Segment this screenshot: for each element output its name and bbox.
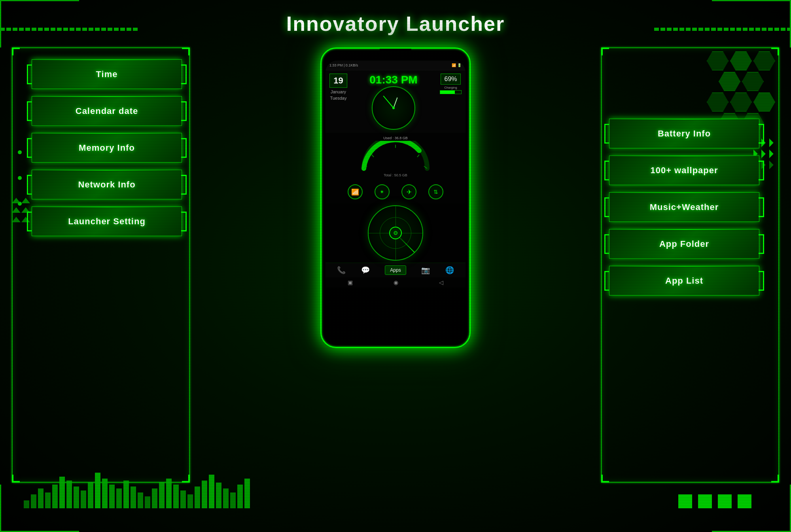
bar-24 bbox=[195, 487, 200, 508]
month-name: January bbox=[331, 89, 346, 94]
bracket-right bbox=[181, 101, 187, 121]
hex-5 bbox=[742, 72, 764, 91]
bar-26 bbox=[209, 475, 214, 508]
status-icons: 📶 🔋 bbox=[452, 63, 462, 67]
hex-4 bbox=[719, 72, 740, 91]
launcher-setting-button[interactable]: Launcher Setting bbox=[32, 206, 182, 236]
app-title: Innovatory Launcher bbox=[286, 12, 505, 36]
status-bar: 1:33 PM | 0.1KB/s 📶 🔋 bbox=[325, 61, 466, 70]
nav-square-button[interactable]: ▣ bbox=[348, 279, 353, 286]
day-name: Tuesday bbox=[330, 96, 347, 100]
hex-6 bbox=[707, 93, 729, 112]
charge-fill bbox=[440, 91, 455, 94]
bracket-right bbox=[181, 212, 187, 231]
charging-info: Charging bbox=[440, 86, 462, 94]
nav-back-button[interactable]: ◁ bbox=[439, 279, 443, 286]
memory-gauge-svg bbox=[356, 141, 435, 172]
app-folder-button[interactable]: App Folder bbox=[609, 229, 759, 259]
bar-29 bbox=[230, 492, 236, 508]
memory-used-label: Used : 36.8 GB bbox=[383, 136, 408, 140]
hex-2 bbox=[730, 51, 752, 70]
camera-app-icon[interactable]: 📷 bbox=[421, 266, 430, 275]
bracket-right bbox=[759, 197, 764, 217]
music-weather-button[interactable]: Music+Weather bbox=[609, 192, 759, 222]
data-transfer-icon: ⇅ bbox=[433, 189, 438, 195]
bar-23 bbox=[187, 494, 193, 508]
bracket-right bbox=[759, 234, 764, 254]
bar-22 bbox=[180, 490, 186, 508]
bar-28 bbox=[223, 488, 229, 508]
bar-27 bbox=[216, 483, 221, 508]
network-info-button[interactable]: Network Info bbox=[32, 170, 182, 199]
clock-center-dot bbox=[392, 107, 395, 109]
time-display: 01:33 PM bbox=[352, 74, 435, 86]
memory-info-button[interactable]: Memory Info bbox=[32, 133, 182, 163]
battery-area: 69% Charging bbox=[440, 74, 462, 94]
hex-1 bbox=[707, 51, 729, 70]
corner-frame-tr bbox=[712, 0, 791, 47]
left-panel: Time Calendar date Memory Info Network I… bbox=[32, 59, 182, 243]
corner-frame-tl bbox=[0, 0, 79, 47]
settings-icon-circle[interactable]: ⚙ bbox=[389, 227, 402, 239]
indicator-dot-2 bbox=[698, 494, 712, 508]
radar-area: ⚙ bbox=[325, 203, 466, 263]
navigation-bar: ▣ ◉ ◁ bbox=[325, 277, 466, 288]
time-button[interactable]: Time bbox=[32, 59, 182, 89]
airplane-icon: ✈ bbox=[407, 188, 412, 196]
bar-8 bbox=[81, 490, 86, 508]
chev-r-5 bbox=[761, 150, 768, 158]
svg-line-1 bbox=[372, 155, 374, 157]
bar-10 bbox=[95, 473, 100, 508]
nav-home-button[interactable]: ◉ bbox=[394, 279, 398, 286]
bar-15 bbox=[131, 487, 136, 508]
wallpaper-button[interactable]: 100+ wallpaper bbox=[609, 155, 759, 185]
bar-21 bbox=[173, 485, 179, 508]
data-icon-circle[interactable]: ⇅ bbox=[428, 184, 443, 199]
bar-25 bbox=[202, 481, 207, 508]
wifi-icon-circle[interactable]: 📶 bbox=[348, 184, 363, 199]
gauge-area: Used : 36.8 GB Total : 50.5 GB bbox=[325, 133, 466, 180]
hex-3 bbox=[753, 51, 775, 70]
battery-percent: 69% bbox=[441, 74, 460, 85]
charge-bar bbox=[440, 90, 462, 94]
status-right: 📶 🔋 bbox=[452, 63, 462, 67]
phone-notch bbox=[380, 49, 411, 59]
corner-frame-br bbox=[712, 485, 791, 532]
bar-18 bbox=[152, 488, 157, 508]
phone-app-icon[interactable]: 📞 bbox=[337, 266, 346, 275]
status-time: 1:33 PM | 0.1KB/s bbox=[329, 63, 358, 67]
time-date-area: 19 January Tuesday 01:33 PM bbox=[325, 70, 466, 133]
chev-r-3 bbox=[769, 138, 776, 147]
bar-17 bbox=[145, 496, 150, 508]
bar-16 bbox=[138, 492, 143, 508]
clock-area: 01:33 PM bbox=[350, 74, 437, 130]
app-list-button[interactable]: App List bbox=[609, 266, 759, 295]
phone-screen: 1:33 PM | 0.1KB/s 📶 🔋 19 January Tuesday… bbox=[325, 61, 466, 343]
bluetooth-icon-circle[interactable]: ✴ bbox=[375, 184, 390, 199]
browser-app-icon[interactable]: 🌐 bbox=[445, 266, 454, 275]
bracket-right bbox=[759, 124, 764, 144]
bracket-right bbox=[181, 175, 187, 195]
bottom-app-bar: 📞 💬 Apps 📷 🌐 bbox=[325, 263, 466, 277]
bracket-right bbox=[181, 138, 187, 158]
bar-11 bbox=[102, 479, 108, 508]
bar-19 bbox=[159, 483, 165, 508]
messages-app-icon[interactable]: 💬 bbox=[361, 266, 370, 275]
minute-hand bbox=[383, 96, 394, 108]
hex-8 bbox=[753, 93, 775, 112]
date-number: 19 bbox=[329, 74, 347, 88]
calendar-date-button[interactable]: Calendar date bbox=[32, 96, 182, 126]
phone-frame: 1:33 PM | 0.1KB/s 📶 🔋 19 January Tuesday… bbox=[320, 47, 471, 348]
radar-circle: ⚙ bbox=[368, 205, 423, 261]
apps-button[interactable]: Apps bbox=[385, 265, 406, 275]
bar-12 bbox=[109, 485, 115, 508]
phone-container: 1:33 PM | 0.1KB/s 📶 🔋 19 January Tuesday… bbox=[320, 47, 471, 348]
charging-label: Charging bbox=[444, 86, 457, 89]
airplane-icon-circle[interactable]: ✈ bbox=[401, 184, 416, 199]
battery-info-button[interactable]: Battery Info bbox=[609, 119, 759, 148]
bracket-right bbox=[759, 161, 764, 180]
memory-total-label: Total : 50.5 GB bbox=[384, 173, 407, 177]
bar-13 bbox=[116, 488, 122, 508]
indicator-dot-1 bbox=[678, 494, 692, 508]
chev-r-6 bbox=[769, 150, 776, 158]
